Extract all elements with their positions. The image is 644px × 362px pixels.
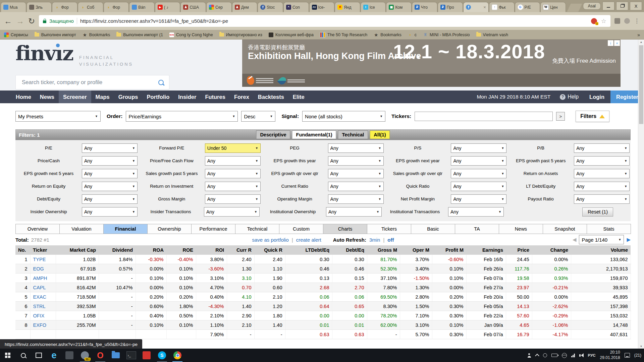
- people-tray-icon[interactable]: [527, 353, 531, 358]
- back-button[interactable]: ←: [4, 17, 12, 25]
- prev-page-icon[interactable]: ◀: [573, 237, 577, 243]
- filter-select-price-free-cash-flow[interactable]: Any▼: [205, 156, 261, 166]
- bookmark-item[interactable]: The 50 Top Research: [320, 32, 367, 38]
- column-header-change[interactable]: Change: [532, 245, 571, 255]
- scrollbar-thumb[interactable]: [639, 45, 643, 124]
- console-app-icon[interactable]: ›_: [123, 349, 139, 362]
- bookmark-item[interactable]: Выполнен импорт: [35, 33, 76, 37]
- nav-item-insider[interactable]: Insider: [174, 90, 201, 103]
- skype-icon[interactable]: S: [154, 349, 170, 362]
- column-header-profit-m[interactable]: Profit M: [432, 245, 466, 255]
- browser-tab[interactable]: ◗Фор: [52, 2, 77, 12]
- table-row[interactable]: 8EXFO255.70M-0.10%0.10%1.10%2.101.400.01…: [15, 320, 631, 330]
- bookmark-item[interactable]: SCNCong ty Cong Nghe: [169, 33, 213, 37]
- browser-tab[interactable]: ◗Соб: [78, 2, 103, 12]
- filter-select-insider-ownership[interactable]: Any▼: [82, 207, 138, 217]
- bookmark-item[interactable]: ★Bookmarks: [374, 33, 401, 37]
- bookmarks-overflow-chevron[interactable]: »: [637, 32, 640, 38]
- browser-profile-name[interactable]: Asal: [583, 2, 601, 10]
- close-window-button[interactable]: X: [630, 2, 642, 10]
- filter-tab-technical[interactable]: Technical: [338, 130, 368, 139]
- table-row[interactable]: 4CAPL816.42M10.47%0.00%0.10%4.70%0.700.6…: [15, 283, 631, 292]
- clock[interactable]: 20:10 29.01.2018: [600, 350, 620, 360]
- view-tab-charts[interactable]: Charts: [323, 224, 367, 234]
- network-globe-icon[interactable]: [562, 353, 567, 358]
- view-tab-basic[interactable]: Basic: [411, 224, 455, 234]
- filter-tab-descriptive[interactable]: Descriptive: [256, 130, 290, 139]
- filter-tab-fundamental-1[interactable]: Fundamental(1): [292, 130, 336, 139]
- nav-item-forex[interactable]: Forex: [230, 90, 254, 103]
- messenger-app-icon[interactable]: 99+: [77, 349, 93, 362]
- bookmark-item[interactable]: ♜MINI - MBA Professio: [423, 33, 470, 37]
- filter-select-gross-margin[interactable]: Any▼: [205, 194, 261, 204]
- extension-icon[interactable]: [614, 18, 620, 24]
- ad-close-icon[interactable]: ×: [614, 40, 620, 46]
- filter-select-eps-growth-next-5-years[interactable]: Any▼: [82, 169, 138, 178]
- column-header-debt-eq[interactable]: Debt/Eq: [332, 245, 367, 255]
- ticker-cell[interactable]: EOG: [30, 264, 56, 274]
- bookmark-item[interactable]: ★Bookmarks: [83, 33, 110, 37]
- ticker-cell[interactable]: TYPE: [30, 255, 56, 264]
- filter-tab-all-1[interactable]: All(1): [370, 130, 390, 139]
- minimize-button[interactable]: [602, 2, 614, 10]
- filter-select-lt-debt-equity[interactable]: Any▼: [574, 182, 630, 191]
- filter-select-return-on-assets[interactable]: Any▼: [574, 169, 630, 178]
- nav-item-maps[interactable]: Maps: [91, 90, 114, 103]
- nav-item-home[interactable]: Home: [11, 90, 36, 103]
- filter-select-eps-growth-past-5-years[interactable]: Any▼: [574, 156, 630, 166]
- browser-tab[interactable]: ₽Про: [438, 2, 463, 12]
- column-header-roe[interactable]: ROE: [166, 245, 196, 255]
- column-header-volume[interactable]: Volume: [571, 245, 631, 255]
- browser-tab[interactable]: ЯЯнд: [335, 2, 360, 12]
- browser-tab[interactable]: Mua: [1, 2, 26, 12]
- ticker-cell[interactable]: OFIX: [30, 311, 56, 320]
- browser-menu-icon[interactable]: ⋮: [634, 17, 640, 24]
- browser-tab[interactable]: ♟США: [180, 2, 206, 12]
- volume-icon[interactable]: [579, 353, 584, 357]
- column-header-roa[interactable]: ROA: [136, 245, 166, 255]
- filter-select-operating-margin[interactable]: Any▼: [328, 194, 384, 204]
- ad-banner[interactable]: 香港電影資料館展覽廳 Exhibition Hall, Hong Kong Fi…: [242, 40, 621, 87]
- address-bar[interactable]: Защищено https://finviz.com/screener.ash…: [39, 15, 610, 27]
- bookmark-item[interactable]: Импортировано из: [219, 33, 262, 37]
- taskbar-search-button[interactable]: [15, 349, 31, 362]
- tray-overflow-chevron-icon[interactable]: [535, 354, 539, 358]
- browser-tab[interactable]: ◗Фор: [104, 2, 129, 12]
- restore-button[interactable]: [616, 2, 628, 10]
- column-header-gross-m[interactable]: Gross M: [367, 245, 400, 255]
- browser-tab-active[interactable]: f×: [463, 2, 489, 12]
- nav-item-futures[interactable]: Futures: [201, 90, 230, 103]
- browser-tab[interactable]: ₽Что: [412, 2, 437, 12]
- view-tab-stats[interactable]: Stats: [587, 224, 631, 234]
- presets-select[interactable]: My Presets▼: [15, 111, 101, 122]
- auto-refresh-off-link[interactable]: off: [387, 237, 394, 243]
- filter-select-eps-growth-next-year[interactable]: Any▼: [451, 156, 506, 166]
- new-tab-button[interactable]: [567, 4, 582, 12]
- onedrive-tray-icon[interactable]: [543, 353, 547, 357]
- ticker-cell[interactable]: STRL: [30, 302, 56, 311]
- ticker-cell[interactable]: CAPL: [30, 283, 56, 292]
- view-tab-ta[interactable]: TA: [455, 224, 499, 234]
- nav-item-groups[interactable]: Groups: [114, 90, 143, 103]
- ticker-cell[interactable]: AMPH: [30, 274, 56, 283]
- save-as-portfolio-link[interactable]: save as portfolio: [252, 237, 289, 243]
- table-row[interactable]: 7OFIX1.05B-0.40%0.50%2.10%2.901.800.000.…: [15, 311, 631, 320]
- filter-select-current-ratio[interactable]: Any▼: [328, 182, 384, 191]
- filter-select-quick-ratio[interactable]: Any▼: [451, 182, 506, 191]
- column-header-roi[interactable]: ROI: [196, 245, 227, 255]
- view-tab-news[interactable]: News: [499, 224, 543, 234]
- page-scrollbar[interactable]: ▲ ▼: [638, 40, 644, 349]
- order-select[interactable]: Price/Earnings▼: [126, 111, 238, 122]
- filter-select-return-on-investment[interactable]: Any▼: [205, 182, 261, 191]
- action-center-icon[interactable]: [625, 353, 630, 358]
- extension-icon-2[interactable]: [624, 18, 630, 24]
- browser-tab[interactable]: Сер: [206, 2, 232, 12]
- view-tab-performance[interactable]: Performance: [191, 224, 235, 234]
- table-row[interactable]: 2EOG67.91B0.57%0.00%0.10%-3.60%1.301.100…: [15, 264, 631, 274]
- protection-extension-icon[interactable]: [591, 18, 597, 24]
- tickers-go-button[interactable]: >: [556, 112, 565, 121]
- filter-select-payout-ratio[interactable]: Any▼: [574, 194, 630, 204]
- reload-button[interactable]: ↻: [28, 17, 35, 25]
- browser-tab[interactable]: ^Con: [283, 2, 309, 12]
- filter-select-price-cash[interactable]: Any▼: [82, 156, 138, 166]
